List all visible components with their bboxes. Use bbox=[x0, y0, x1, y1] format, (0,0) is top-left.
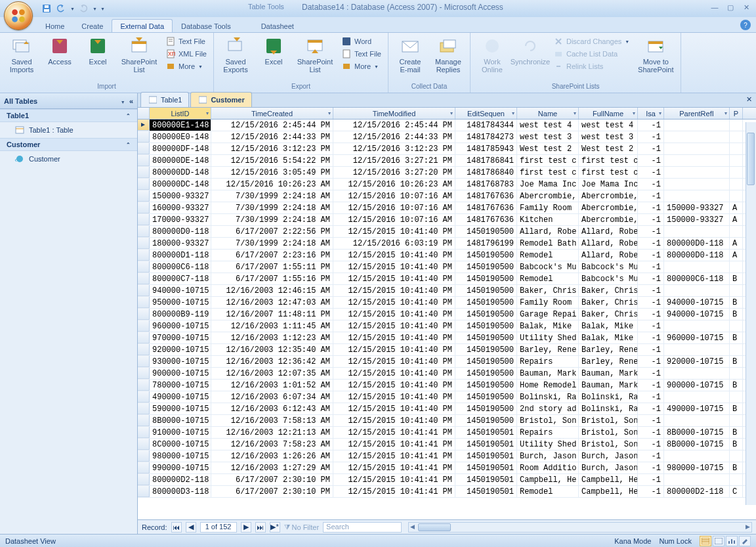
cell[interactable]: Abercrombie, bbox=[517, 190, 579, 202]
minimize-button[interactable]: — bbox=[710, 3, 719, 12]
table-row[interactable]: 800000E0-14812/15/2016 2:44:33 PM12/15/2… bbox=[138, 131, 756, 143]
cell[interactable]: -1 bbox=[638, 368, 664, 379]
export-excel-button[interactable]: Excel bbox=[256, 34, 291, 67]
cell[interactable]: B bbox=[730, 297, 743, 308]
scrollbar-thumb[interactable] bbox=[747, 133, 755, 185]
cell[interactable]: 1450190500 bbox=[455, 380, 517, 391]
cell[interactable]: Room Additio bbox=[517, 462, 579, 473]
cell[interactable]: 12/15/2015 10:41:40 PM bbox=[333, 320, 455, 332]
cell[interactable]: 1450190500 bbox=[455, 297, 517, 308]
nav-pane-header[interactable]: All Tables ▼ « bbox=[0, 93, 137, 109]
cell[interactable]: -1 bbox=[638, 167, 664, 178]
cell[interactable] bbox=[730, 261, 743, 273]
cell[interactable]: Babcock's Mu bbox=[579, 273, 638, 284]
cell[interactable]: 800000D2-118 bbox=[150, 474, 211, 485]
cell[interactable]: 800000E1-148 bbox=[150, 120, 211, 131]
row-selector[interactable] bbox=[138, 143, 150, 154]
cell[interactable] bbox=[730, 179, 743, 190]
cell[interactable]: 150000-93327 bbox=[150, 190, 211, 202]
cell[interactable]: 12/15/2015 10:41:40 PM bbox=[333, 415, 455, 426]
cell[interactable]: 12/16/2003 1:01:52 AM bbox=[211, 380, 333, 391]
redo-icon[interactable] bbox=[77, 3, 89, 14]
cell[interactable] bbox=[730, 167, 743, 178]
cell[interactable]: 170000-93327 bbox=[150, 214, 211, 225]
row-selector[interactable] bbox=[138, 131, 150, 142]
cell[interactable] bbox=[664, 190, 730, 202]
row-selector[interactable] bbox=[138, 238, 150, 249]
cell[interactable] bbox=[664, 474, 730, 485]
cell[interactable]: 12/15/2016 2:45:44 PM bbox=[211, 120, 333, 131]
cell[interactable]: Balak, Mike bbox=[579, 320, 638, 332]
cell[interactable]: 12/15/2016 10:07:16 AM bbox=[333, 202, 455, 213]
cell[interactable]: -1 bbox=[638, 462, 664, 473]
cell[interactable]: 1481784273 bbox=[455, 131, 517, 142]
cell[interactable]: -1 bbox=[638, 309, 664, 320]
table-row[interactable]: 490000-1071512/16/2003 6:07:34 AM12/15/2… bbox=[138, 391, 756, 403]
move-to-sharepoint-button[interactable]: Move to SharePoint bbox=[635, 34, 677, 75]
cell[interactable]: Repairs bbox=[517, 356, 579, 367]
close-tab-icon[interactable]: ✕ bbox=[746, 95, 752, 104]
close-button[interactable]: ✕ bbox=[742, 3, 751, 12]
cell[interactable]: 12/15/2015 10:41:40 PM bbox=[333, 226, 455, 237]
saved-imports-button[interactable]: Saved Imports bbox=[4, 34, 39, 75]
cell[interactable]: first test c bbox=[517, 167, 579, 178]
cell[interactable]: 1481767636 bbox=[455, 190, 517, 202]
tab-create[interactable]: Create bbox=[73, 19, 112, 32]
cell[interactable]: 12/16/2003 12:46:15 AM bbox=[211, 285, 333, 296]
nav-group-customer[interactable]: Customer⌃ bbox=[0, 138, 137, 151]
scroll-left-icon[interactable]: ◀ bbox=[410, 523, 415, 530]
col-timemodified[interactable]: TimeModified▾ bbox=[333, 108, 455, 119]
cell[interactable]: -1 bbox=[638, 332, 664, 343]
cell[interactable]: Balak, Mike bbox=[517, 320, 579, 332]
row-selector[interactable] bbox=[138, 309, 150, 320]
cell[interactable]: -1 bbox=[638, 380, 664, 391]
record-position[interactable]: 1 of 152 bbox=[200, 522, 237, 533]
cell[interactable]: 12/15/2015 10:41:41 PM bbox=[333, 427, 455, 438]
cell[interactable]: 12/15/2015 10:41:41 PM bbox=[333, 450, 455, 462]
cell[interactable] bbox=[730, 391, 743, 403]
cell[interactable]: Burch, Jason bbox=[579, 450, 638, 462]
cell[interactable]: 800000E0-148 bbox=[150, 131, 211, 142]
cell[interactable]: 12/15/2016 10:07:16 AM bbox=[333, 214, 455, 225]
cell[interactable]: Allard, Robe bbox=[579, 226, 638, 237]
qat-customize-icon[interactable]: ▼ bbox=[100, 7, 105, 11]
cell[interactable]: Remodel bbox=[517, 250, 579, 261]
cell[interactable]: 12/15/2016 10:07:16 AM bbox=[333, 190, 455, 202]
cell[interactable] bbox=[664, 261, 730, 273]
redo-dropdown-icon[interactable]: ▼ bbox=[93, 7, 97, 11]
col-extra[interactable]: P bbox=[730, 108, 743, 119]
cell[interactable]: 6/17/2007 1:55:11 PM bbox=[211, 261, 333, 273]
cell[interactable]: 940000-10715 bbox=[150, 285, 211, 296]
table-row[interactable]: 800000DD-14812/15/2016 3:05:49 PM12/15/2… bbox=[138, 167, 756, 179]
cell[interactable]: -1 bbox=[638, 238, 664, 249]
cell[interactable]: Joe Mama Inc bbox=[517, 179, 579, 190]
cell[interactable]: 12/15/2015 10:41:41 PM bbox=[333, 474, 455, 485]
row-selector[interactable] bbox=[138, 332, 150, 343]
cell[interactable]: 12/16/2003 7:58:13 AM bbox=[211, 415, 333, 426]
nav-item-customer[interactable]: Customer bbox=[0, 151, 137, 167]
cell[interactable]: 12/15/2016 3:12:23 PM bbox=[333, 143, 455, 154]
cell[interactable]: B bbox=[730, 439, 743, 450]
cell[interactable]: -1 bbox=[638, 403, 664, 414]
cell[interactable]: -1 bbox=[638, 226, 664, 237]
col-name[interactable]: Name▾ bbox=[517, 108, 579, 119]
cell[interactable] bbox=[664, 320, 730, 332]
row-selector[interactable] bbox=[138, 368, 150, 379]
cell[interactable]: 900000-10715 bbox=[150, 368, 211, 379]
cell[interactable]: 800000DD-148 bbox=[150, 167, 211, 178]
table-row[interactable]: 940000-1071512/16/2003 12:46:15 AM12/15/… bbox=[138, 285, 756, 297]
table-row[interactable]: 800000D3-1186/17/2007 2:30:10 PM12/15/20… bbox=[138, 486, 756, 498]
prev-record-button[interactable]: ◀ bbox=[186, 522, 196, 533]
cell[interactable] bbox=[664, 450, 730, 462]
cell[interactable]: Babcock's Mu bbox=[579, 261, 638, 273]
scrollbar-thumb[interactable] bbox=[418, 523, 451, 531]
cell[interactable]: 800000DC-148 bbox=[150, 179, 211, 190]
new-record-button[interactable]: ▶* bbox=[270, 522, 280, 533]
cell[interactable]: -1 bbox=[638, 391, 664, 403]
cell[interactable]: -1 bbox=[638, 143, 664, 154]
cell[interactable]: 12/16/2003 1:27:29 AM bbox=[211, 462, 333, 473]
cell[interactable]: 12/16/2003 7:58:23 AM bbox=[211, 439, 333, 450]
cell[interactable]: 6/17/2007 1:55:16 PM bbox=[211, 273, 333, 284]
cell[interactable]: -1 bbox=[638, 474, 664, 485]
dropdown-icon[interactable]: ▾ bbox=[633, 110, 635, 116]
